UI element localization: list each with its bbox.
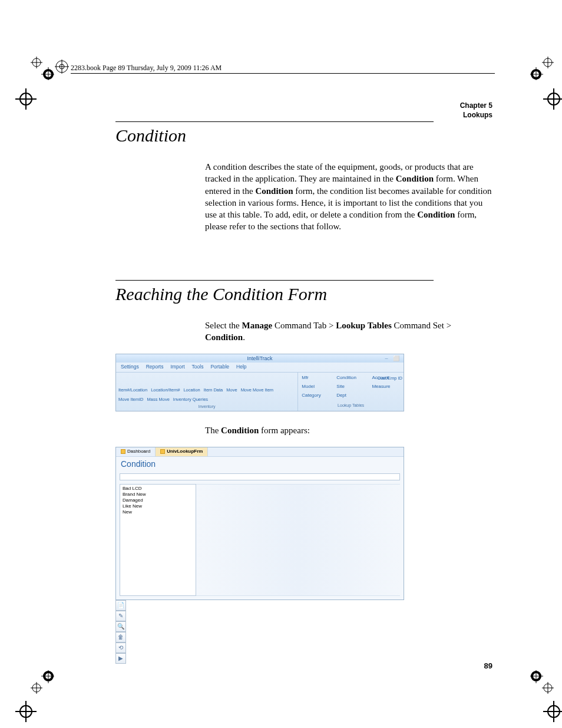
form-toolbar: 📄 ✎ 🔍 🗑 ⟲ ▶ bbox=[115, 600, 404, 664]
ribbon-item[interactable]: Cust/Emp ID bbox=[377, 376, 402, 381]
section-title-reaching: Reaching the Condition Form bbox=[115, 284, 492, 304]
tab-univlookupfrm[interactable]: UnivLookupFrm bbox=[156, 447, 208, 456]
regmark-icon bbox=[31, 670, 54, 694]
regmark-icon bbox=[530, 57, 554, 80]
ribbon-item[interactable]: Move bbox=[226, 387, 237, 393]
tab-icon bbox=[121, 449, 125, 454]
slug-text: 2283.book Page 89 Thursday, July 9, 2009… bbox=[71, 64, 222, 72]
section-title-condition: Condition bbox=[115, 126, 492, 146]
section-rule bbox=[115, 280, 434, 281]
crosshair-icon bbox=[542, 700, 562, 723]
app-title: IntelliTrack bbox=[247, 355, 272, 361]
ribbon-item[interactable]: Category bbox=[302, 393, 330, 401]
ribbon-item[interactable]: Location bbox=[183, 387, 200, 393]
ribbon-item[interactable]: Move ItemID bbox=[118, 397, 144, 403]
ribbon-item[interactable]: Inventory Queries bbox=[173, 397, 208, 403]
ribbon-group-label: Lookup Tables bbox=[302, 403, 400, 410]
condition-form-screenshot: Dashboard UnivLookupFrm Condition Bad LC… bbox=[115, 447, 404, 664]
regmark-icon bbox=[31, 57, 54, 80]
toolbar-refresh-button[interactable]: ⟲ bbox=[115, 643, 126, 653]
ribbon-item[interactable]: Item Data bbox=[204, 387, 223, 393]
page-number: 89 bbox=[484, 661, 492, 670]
ribbon-item[interactable]: Measure bbox=[372, 384, 400, 392]
ribbon-item[interactable]: Mfr bbox=[302, 375, 330, 383]
toolbar-delete-button[interactable]: 🗑 bbox=[115, 632, 126, 643]
ribbon-titlebar: IntelliTrack – ⬜ bbox=[116, 354, 404, 363]
ribbon-tab[interactable]: Import bbox=[170, 364, 184, 370]
header-slug: 2283.book Page 89 Thursday, July 9, 2009… bbox=[71, 64, 222, 73]
ribbon-screenshot: IntelliTrack – ⬜ Settings Reports Import… bbox=[115, 354, 404, 411]
ribbon-item[interactable] bbox=[372, 393, 400, 401]
ribbon-tab[interactable]: Reports bbox=[146, 364, 164, 370]
detail-panel bbox=[196, 484, 400, 596]
ribbon-item[interactable]: Location/Item# bbox=[151, 387, 180, 393]
toolbar-edit-button[interactable]: ✎ bbox=[115, 611, 126, 621]
ribbon-item[interactable]: Move Move Item bbox=[241, 387, 273, 393]
condition-list[interactable]: Bad LCD Brand New Damaged Like New New bbox=[120, 484, 196, 596]
crosshair-icon bbox=[14, 87, 38, 111]
toolbar-go-button[interactable]: ▶ bbox=[115, 653, 126, 664]
tab-icon bbox=[160, 449, 165, 454]
ribbon-tab[interactable]: Tools bbox=[192, 364, 204, 370]
chapter-heading: Chapter 5 Lookups bbox=[460, 101, 492, 120]
list-item[interactable]: Damaged bbox=[123, 498, 193, 503]
ribbon-item[interactable]: Dept bbox=[336, 393, 366, 401]
ribbon-tabs: Settings Reports Import Tools Portable H… bbox=[116, 363, 404, 372]
ribbon-tab[interactable]: Help bbox=[236, 364, 246, 370]
condition-paragraph: A condition describes the state of the e… bbox=[205, 161, 492, 233]
crosshair-icon bbox=[542, 87, 562, 111]
ribbon-group-lookup: Mfr Condition Account Model Site Measure… bbox=[298, 373, 404, 411]
list-item[interactable]: Bad LCD bbox=[123, 486, 193, 492]
ribbon-item[interactable]: Model bbox=[302, 384, 330, 392]
window-buttons[interactable]: – ⬜ bbox=[385, 355, 401, 362]
list-item[interactable]: Brand New bbox=[123, 492, 193, 498]
slug-ornament-icon bbox=[53, 58, 71, 78]
tab-dashboard[interactable]: Dashboard bbox=[116, 447, 156, 456]
chapter-title: Lookups bbox=[460, 111, 492, 120]
chapter-number: Chapter 5 bbox=[460, 101, 492, 111]
section-rule bbox=[115, 121, 434, 122]
form-title: Condition bbox=[116, 457, 404, 471]
ribbon-tab[interactable]: Settings bbox=[121, 364, 139, 370]
reaching-paragraph: Select the Manage Command Tab > Lookup T… bbox=[205, 319, 492, 344]
regmark-icon bbox=[530, 670, 554, 694]
ribbon-item[interactable]: Mass Move bbox=[147, 397, 170, 403]
condition-appears-paragraph: The Condition form appears: bbox=[205, 424, 492, 436]
crosshair-icon bbox=[14, 700, 38, 723]
ribbon-group-label: Inventory bbox=[199, 404, 216, 409]
ribbon-item[interactable]: Site bbox=[336, 384, 366, 392]
toolbar-find-button[interactable]: 🔍 bbox=[115, 621, 126, 632]
search-input[interactable] bbox=[120, 473, 400, 480]
list-item[interactable]: New bbox=[123, 509, 193, 515]
ribbon-tab[interactable]: Portable bbox=[210, 364, 229, 370]
ribbon-item[interactable]: Item#/Location bbox=[118, 387, 147, 393]
list-item[interactable]: Like New bbox=[123, 503, 193, 509]
toolbar-new-button[interactable]: 📄 bbox=[115, 600, 126, 611]
ribbon-item[interactable]: Condition bbox=[336, 375, 366, 383]
ribbon-group-inventory: Item#/Location Location/Item# Location I… bbox=[116, 373, 298, 411]
